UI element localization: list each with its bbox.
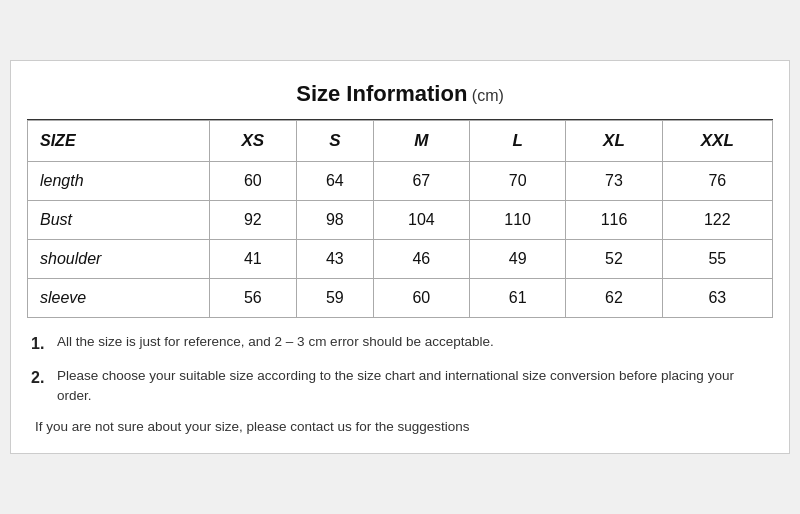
cell-length-XXL: 76 [662, 162, 772, 201]
col-header-l: L [470, 121, 566, 162]
note-text: Please choose your suitable size accordi… [57, 366, 769, 407]
cell-length-L: 70 [470, 162, 566, 201]
cell-shoulder-XXL: 55 [662, 240, 772, 279]
cell-shoulder-S: 43 [297, 240, 374, 279]
cell-length-M: 67 [373, 162, 469, 201]
table-row: length606467707376 [28, 162, 773, 201]
table-row: sleeve565960616263 [28, 279, 773, 318]
chart-unit: (cm) [472, 87, 504, 104]
col-header-xxl: XXL [662, 121, 772, 162]
col-header-xs: XS [209, 121, 296, 162]
note-text: All the size is just for reference, and … [57, 332, 769, 352]
note-item: 2.Please choose your suitable size accor… [31, 366, 769, 407]
col-header-xl: XL [566, 121, 662, 162]
cell-Bust-XL: 116 [566, 201, 662, 240]
extra-note: If you are not sure about your size, ple… [31, 417, 769, 437]
cell-sleeve-XXL: 63 [662, 279, 772, 318]
table-row: Bust9298104110116122 [28, 201, 773, 240]
size-chart-card: Size Information (cm) SIZEXSSMLXLXXLleng… [10, 60, 790, 454]
chart-title: Size Information [296, 81, 467, 106]
table-row: shoulder414346495255 [28, 240, 773, 279]
title-row: Size Information (cm) [27, 73, 773, 120]
col-header-m: M [373, 121, 469, 162]
cell-Bust-XS: 92 [209, 201, 296, 240]
cell-sleeve-XL: 62 [566, 279, 662, 318]
note-number: 1. [31, 332, 51, 356]
row-label-shoulder: shoulder [28, 240, 210, 279]
cell-shoulder-M: 46 [373, 240, 469, 279]
row-label-sleeve: sleeve [28, 279, 210, 318]
size-table: SIZEXSSMLXLXXLlength606467707376Bust9298… [27, 120, 773, 318]
cell-shoulder-XL: 52 [566, 240, 662, 279]
cell-length-S: 64 [297, 162, 374, 201]
cell-sleeve-L: 61 [470, 279, 566, 318]
cell-shoulder-L: 49 [470, 240, 566, 279]
cell-length-XL: 73 [566, 162, 662, 201]
note-number: 2. [31, 366, 51, 390]
row-label-Bust: Bust [28, 201, 210, 240]
cell-sleeve-S: 59 [297, 279, 374, 318]
notes-section: 1.All the size is just for reference, an… [27, 332, 773, 437]
cell-Bust-L: 110 [470, 201, 566, 240]
cell-length-XS: 60 [209, 162, 296, 201]
cell-sleeve-XS: 56 [209, 279, 296, 318]
cell-sleeve-M: 60 [373, 279, 469, 318]
cell-Bust-S: 98 [297, 201, 374, 240]
note-item: 1.All the size is just for reference, an… [31, 332, 769, 356]
cell-Bust-M: 104 [373, 201, 469, 240]
cell-shoulder-XS: 41 [209, 240, 296, 279]
col-header-size: SIZE [28, 121, 210, 162]
col-header-s: S [297, 121, 374, 162]
row-label-length: length [28, 162, 210, 201]
cell-Bust-XXL: 122 [662, 201, 772, 240]
